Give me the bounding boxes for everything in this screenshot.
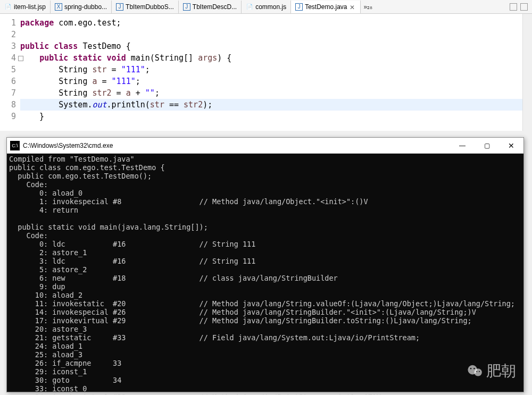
cmd-line: 2: astore_1 bbox=[9, 248, 521, 257]
cmd-window: C:\ C:\Windows\System32\cmd.exe — ▢ ✕ Co… bbox=[6, 137, 524, 392]
line-number: 1 bbox=[0, 17, 20, 29]
svg-point-5 bbox=[479, 371, 480, 372]
tab-label: TestDemo.java bbox=[305, 3, 347, 11]
cmd-line: 33: iconst_0 bbox=[9, 384, 521, 393]
tab-label: TbItemDubboS... bbox=[126, 3, 174, 11]
cmd-line: 34: invokevirtual #39 // Method java/io/… bbox=[9, 393, 521, 395]
watermark-text: 肥朝 bbox=[486, 361, 516, 381]
close-button[interactable]: ✕ bbox=[499, 138, 523, 154]
svg-point-4 bbox=[476, 371, 477, 372]
watermark: 肥朝 bbox=[467, 361, 516, 381]
cmd-line bbox=[9, 214, 521, 223]
line-number: 3 bbox=[0, 40, 20, 52]
cmd-line: Code: bbox=[9, 231, 521, 240]
code-area[interactable]: package com.ego.test;public class TestDe… bbox=[20, 14, 522, 131]
cmd-line: public com.ego.test.TestDemo(); bbox=[9, 172, 521, 180]
cmd-line: 10: aload_2 bbox=[9, 291, 521, 299]
maximize-view-icon[interactable] bbox=[520, 3, 528, 11]
cmd-line: 6: new #18 // class java/lang/StringBuil… bbox=[9, 274, 521, 282]
cmd-line: 9: dup bbox=[9, 282, 521, 291]
file-icon: 📄 bbox=[246, 3, 253, 11]
file-icon: J bbox=[116, 3, 123, 11]
tab-label: spring-dubbo... bbox=[64, 3, 107, 11]
cmd-line: 24: aload_1 bbox=[9, 342, 521, 350]
code-line[interactable]: String a = "111"; bbox=[20, 75, 522, 87]
cmd-line: Compiled from "TestDemo.java" bbox=[9, 155, 521, 163]
minimize-button[interactable]: — bbox=[450, 138, 475, 154]
editor-scrollbar[interactable] bbox=[522, 14, 532, 131]
close-tab-icon[interactable]: ✕ bbox=[350, 4, 356, 10]
cmd-line: 4: return bbox=[9, 206, 521, 214]
cmd-line: 11: invokestatic #20 // Method java/lang… bbox=[9, 299, 521, 308]
tab-label: item-list.jsp bbox=[14, 3, 46, 11]
line-number: 2 bbox=[0, 29, 20, 40]
cmd-title-text: C:\Windows\System32\cmd.exe bbox=[23, 142, 450, 149]
cmd-line: 5: astore_2 bbox=[9, 265, 521, 274]
cmd-titlebar[interactable]: C:\ C:\Windows\System32\cmd.exe — ▢ ✕ bbox=[7, 138, 523, 154]
cmd-icon: C:\ bbox=[10, 141, 20, 150]
cmd-line: 14: invokespecial #26 // Method java/lan… bbox=[9, 308, 521, 316]
editor-tab-5[interactable]: JTestDemo.java✕ bbox=[291, 1, 360, 13]
maximize-button[interactable]: ▢ bbox=[475, 138, 499, 154]
editor-tab-1[interactable]: Xspring-dubbo... bbox=[51, 1, 112, 13]
line-number: 8 bbox=[0, 99, 20, 111]
code-editor[interactable]: 123456789 package com.ego.test;public cl… bbox=[0, 14, 532, 131]
file-icon: X bbox=[55, 3, 62, 11]
line-number: 4 bbox=[0, 52, 20, 64]
code-line[interactable]: String str2 = a + ""; bbox=[20, 87, 522, 99]
code-line[interactable]: public class TestDemo { bbox=[20, 40, 522, 52]
wechat-icon bbox=[467, 365, 483, 377]
cmd-line: public static void main(java.lang.String… bbox=[9, 223, 521, 231]
editor-tab-3[interactable]: JTbItemDescD... bbox=[179, 1, 242, 13]
cmd-line: 30: goto 34 bbox=[9, 376, 521, 384]
code-line[interactable]: System.out.println(str == str2); bbox=[20, 99, 522, 111]
line-number: 6 bbox=[0, 75, 20, 87]
cmd-line: 0: aload_0 bbox=[9, 189, 521, 197]
cmd-line: 26: if_acmpne 33 bbox=[9, 359, 521, 367]
editor-tab-2[interactable]: JTbItemDubboS... bbox=[112, 1, 179, 13]
cmd-line: 21: getstatic #33 // Field java/lang/Sys… bbox=[9, 333, 521, 342]
minimize-view-icon[interactable] bbox=[510, 3, 517, 11]
cmd-line: Code: bbox=[9, 180, 521, 189]
svg-point-2 bbox=[470, 368, 472, 369]
more-tabs-button[interactable]: »₂₈ bbox=[361, 3, 376, 11]
cmd-line: 3: ldc #16 // String 111 bbox=[9, 257, 521, 265]
cmd-line: 0: ldc #16 // String 111 bbox=[9, 240, 521, 248]
svg-point-1 bbox=[474, 368, 481, 376]
cmd-output[interactable]: Compiled from "TestDemo.java"public clas… bbox=[7, 154, 523, 395]
line-number: 7 bbox=[0, 87, 20, 99]
cmd-line: 25: aload_3 bbox=[9, 350, 521, 359]
code-line[interactable]: String str = "111"; bbox=[20, 64, 522, 75]
editor-tabs-bar: 📄item-list.jspXspring-dubbo...JTbItemDub… bbox=[0, 0, 532, 14]
code-line[interactable]: public static void main(String[] args) { bbox=[20, 52, 522, 64]
file-icon: 📄 bbox=[4, 3, 12, 11]
cmd-line: 29: iconst_1 bbox=[9, 367, 521, 376]
line-number: 9 bbox=[0, 111, 20, 122]
file-icon: J bbox=[183, 3, 190, 11]
code-line[interactable] bbox=[20, 29, 522, 40]
editor-tab-0[interactable]: 📄item-list.jsp bbox=[0, 1, 51, 13]
svg-point-3 bbox=[473, 368, 475, 369]
code-line[interactable]: } bbox=[20, 111, 522, 122]
cmd-line: public class com.ego.test.TestDemo { bbox=[9, 163, 521, 172]
file-icon: J bbox=[295, 3, 303, 11]
tab-label: TbItemDescD... bbox=[193, 3, 237, 11]
cmd-line: 17: invokevirtual #29 // Method java/lan… bbox=[9, 316, 521, 325]
cmd-line: 1: invokespecial #8 // Method java/lang/… bbox=[9, 197, 521, 206]
line-number-gutter: 123456789 bbox=[0, 14, 20, 131]
editor-tab-4[interactable]: 📄common.js bbox=[242, 1, 291, 13]
code-line[interactable]: package com.ego.test; bbox=[20, 17, 522, 29]
line-number: 5 bbox=[0, 64, 20, 75]
cmd-line: 20: astore_3 bbox=[9, 325, 521, 333]
tab-label: common.js bbox=[255, 3, 286, 11]
